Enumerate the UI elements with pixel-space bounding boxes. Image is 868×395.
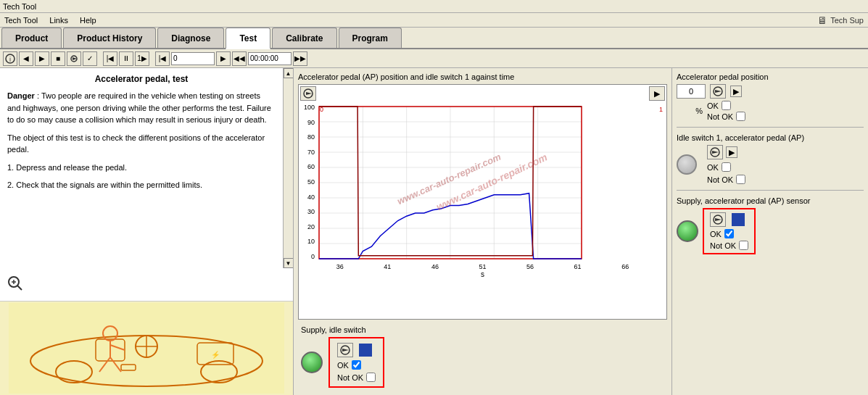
supply-ap-ok-label: OK: [710, 230, 722, 238]
svg-marker-31: [712, 151, 719, 154]
idle-play-btn[interactable]: ▶: [726, 146, 737, 158]
right-supply-box: OK Not OK: [703, 208, 756, 254]
ap-notok-checkbox[interactable]: [736, 112, 745, 121]
check-btn[interactable]: ✓: [83, 51, 97, 66]
svg-line-5: [17, 286, 22, 290]
tech-support-link[interactable]: 🖥 Tech Sup: [817, 14, 864, 26]
supply-ap-section: Supply, accelerator pedal (AP) sensor OK: [677, 196, 864, 254]
prev-btn[interactable]: ◀◀: [232, 51, 247, 66]
idle-notok-checkbox[interactable]: [736, 175, 745, 184]
supply-inner-row: [337, 343, 376, 357]
toolbar: i ◀ ▶ ■ ✓ |◀ ⏸ 1▶ |◀ 0 ▶ ◀◀ 00:00:00 ▶▶: [0, 49, 868, 68]
frame-input[interactable]: 0: [171, 52, 215, 65]
supply-info-btn[interactable]: [337, 343, 353, 357]
chart-container: ▶ 1009080706050403020100 www.car-auto-re…: [298, 84, 667, 320]
idle-switch-title: Idle switch 1, accelerator pedal (AP): [677, 133, 864, 142]
scroll-down-btn[interactable]: ▼: [284, 258, 294, 268]
idle-ok-label: OK: [707, 163, 719, 172]
supply-notok-row: Not OK: [337, 373, 376, 382]
menu-help[interactable]: Help: [80, 16, 96, 25]
danger-text: Danger : Two people are required in the …: [7, 90, 276, 126]
supply-ap-info-btn[interactable]: [710, 212, 726, 227]
supply-notok-checkbox[interactable]: [366, 373, 376, 382]
tab-diagnose[interactable]: Diagnose: [157, 28, 224, 48]
ap-play-btn[interactable]: ▶: [730, 86, 742, 97]
forward-fast-btn[interactable]: ▶▶: [293, 51, 307, 66]
left-panel-image: ⚡: [0, 301, 293, 395]
zoom-btn[interactable]: [7, 275, 23, 294]
idle-switch-row: ▶ OK Not OK: [677, 145, 864, 184]
ap-unit: %: [677, 107, 703, 115]
left-panel-title: Accelerator pedal, test: [7, 74, 276, 84]
supply-ap-notok-row: Not OK: [710, 241, 748, 250]
step-back-btn[interactable]: |◀: [103, 51, 117, 66]
tab-test[interactable]: Test: [226, 28, 270, 49]
ap-ok-checkbox[interactable]: [722, 101, 731, 110]
right-supply-row: OK Not OK: [677, 208, 864, 254]
tab-calibrate[interactable]: Calibrate: [272, 28, 336, 48]
first-btn[interactable]: |◀: [155, 51, 170, 66]
ap-ok-label: OK: [707, 101, 719, 110]
right-panel: Accelerator pedal position 0 ▶ % OK Not …: [672, 68, 868, 395]
left-panel-content: Accelerator pedal, test Danger : Two peo…: [0, 68, 283, 268]
svg-marker-27: [342, 349, 349, 352]
supply-row: OK Not OK: [301, 337, 664, 388]
idle-notok-row: Not OK: [707, 175, 745, 184]
supply-notok-label: Not OK: [337, 373, 363, 382]
left-scrollbar: ▲ ▼: [283, 68, 293, 268]
chart-play-btn[interactable]: ▶: [649, 86, 665, 101]
chart-info-btn[interactable]: [300, 86, 316, 101]
svg-marker-29: [715, 90, 722, 93]
ap-notok-label: Not OK: [707, 112, 733, 121]
supply-ok-checkbox[interactable]: [352, 360, 361, 370]
scroll-up-btn[interactable]: ▲: [284, 68, 294, 78]
middle-panel: Accelerator pedal (AP) position and idle…: [294, 68, 672, 395]
supply-ap-title: Supply, accelerator pedal (AP) sensor: [677, 196, 864, 205]
back-btn[interactable]: ◀: [19, 51, 33, 66]
supply-ap-ok-checkbox[interactable]: [724, 229, 734, 238]
nav-tabs: Product Product History Diagnose Test Ca…: [0, 28, 868, 49]
supply-ap-notok-checkbox[interactable]: [739, 241, 748, 250]
menu-techtool[interactable]: Tech Tool: [4, 16, 38, 25]
danger-label: Danger: [7, 91, 35, 100]
ap-info-btn[interactable]: [710, 84, 726, 99]
idle-ok-checkbox[interactable]: [722, 162, 731, 172]
idle-grey-indicator: [677, 154, 697, 175]
idle-info-btn[interactable]: [707, 145, 723, 159]
supply-ap-green-indicator: [677, 220, 698, 242]
menu-bar: Tech Tool Links Help 🖥 Tech Sup: [0, 13, 868, 28]
supply-ok-row: OK: [337, 360, 376, 370]
idle-ok-row: OK: [707, 162, 745, 172]
supply-title: Supply, idle switch: [301, 325, 664, 334]
chart-top-bar: ▶: [299, 85, 666, 102]
info-toolbar-btn[interactable]: i: [3, 51, 17, 66]
record-btn[interactable]: [67, 51, 81, 66]
supply-ok-label: OK: [337, 361, 349, 370]
pause-btn[interactable]: ⏸: [119, 51, 133, 66]
x-axis-label: 36414651566166 s: [299, 262, 666, 280]
svg-marker-25: [306, 92, 312, 95]
app-name: Tech Tool: [3, 2, 36, 11]
ap-notok-row: Not OK: [707, 112, 745, 121]
ap-ok-row: OK: [707, 101, 745, 110]
supply-ap-notok-label: Not OK: [710, 241, 736, 250]
idle-notok-label: Not OK: [707, 175, 733, 184]
tab-program[interactable]: Program: [339, 28, 402, 48]
ap-position-row: 0 ▶: [677, 84, 864, 99]
next-btn[interactable]: ▶: [216, 51, 231, 66]
svg-marker-33: [715, 218, 722, 221]
tab-product[interactable]: Product: [1, 28, 62, 48]
stop-btn[interactable]: ■: [51, 51, 65, 66]
play-btn[interactable]: ▶: [35, 51, 49, 66]
supply-ap-ok-row: OK: [710, 229, 748, 238]
supply-section: Supply, idle switch OK Not OK: [298, 323, 667, 391]
ap-value-box: 0: [677, 84, 706, 99]
supply-box: OK Not OK: [328, 337, 384, 388]
x-unit-label: s: [481, 270, 484, 278]
tab-product-history[interactable]: Product History: [63, 28, 156, 48]
tech-sup-label: Tech Sup: [830, 16, 864, 25]
time-input[interactable]: 00:00:00: [248, 52, 292, 65]
body-text: The object of this test is to check the …: [7, 132, 276, 156]
menu-links[interactable]: Links: [49, 16, 68, 25]
step-forward-btn[interactable]: 1▶: [135, 51, 149, 66]
